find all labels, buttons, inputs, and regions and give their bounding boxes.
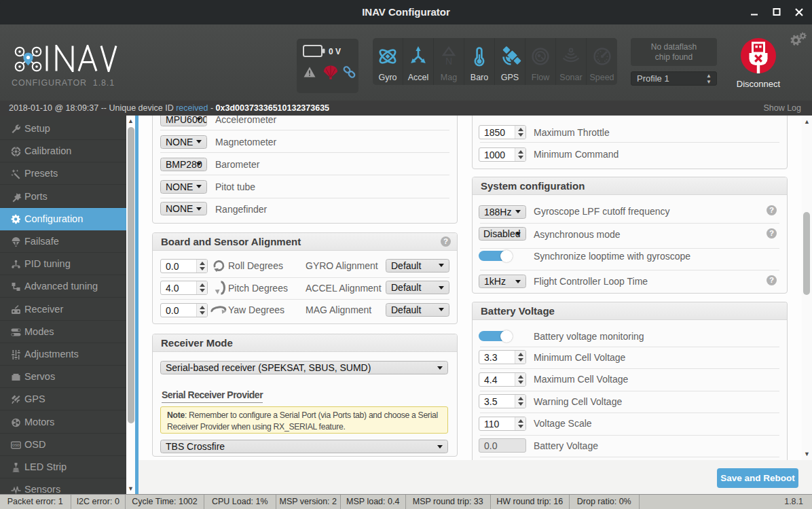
svg-text:N: N	[445, 56, 452, 67]
svg-text:OSD: OSD	[12, 443, 20, 447]
